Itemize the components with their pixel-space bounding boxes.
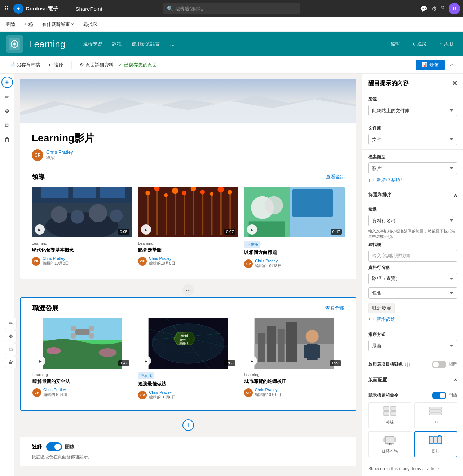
video-author-name-1[interactable]: Chris Pratley	[43, 256, 69, 261]
video-author-name-2[interactable]: Chris Pratley	[149, 256, 175, 261]
video-card-5[interactable]: 遙測 best 規做法 ▶ 1:03	[138, 318, 238, 401]
section-move-icon[interactable]: ✥	[5, 331, 17, 342]
show-title-toggle[interactable]	[432, 392, 446, 399]
leadership-title: 領導	[32, 173, 45, 181]
settings-icon[interactable]: ⚙	[432, 5, 437, 12]
audience-toggle[interactable]	[432, 361, 446, 368]
play-btn-2[interactable]: ▶	[141, 224, 151, 235]
search-box[interactable]: 🔍	[163, 3, 300, 14]
career-view-all[interactable]: 查看全部	[325, 305, 344, 311]
site-nav-tabs: 遠端學習 課程 使用新的語言 ...	[78, 32, 180, 56]
section-divider-handle[interactable]: ⋯	[182, 284, 194, 296]
site-nav-actions: 編輯 ★ 追蹤 ↗ 共用	[386, 39, 457, 49]
add-filetype-link[interactable]: + + 新增檔案類型	[368, 177, 457, 183]
show-title-row: 顯示標題和命令 開啟	[368, 392, 457, 399]
tab-remote-learning[interactable]: 遠端學習	[78, 32, 107, 56]
filter-sort-section-header[interactable]: 篩選和排序 ∧	[362, 188, 463, 202]
video-author-3: CP Chris Pratley 編輯的10月8日	[244, 259, 345, 268]
nav-item-login[interactable]: 登陸	[6, 21, 15, 28]
follow-button[interactable]: ★ 追蹤	[407, 39, 431, 49]
video-title-2: 點亮走勢圖	[138, 247, 239, 253]
video-card-1[interactable]: ▶ 0:05 Learning 現代化領導基本概念 CP Chris Pratl…	[32, 187, 132, 270]
contains-dropdown[interactable]: 包含	[368, 287, 457, 299]
save-draft-button[interactable]: 📄 另存為草稿	[6, 60, 44, 70]
filetype-dropdown[interactable]: 影片	[368, 162, 457, 174]
chat-icon[interactable]: 💬	[420, 5, 427, 12]
svg-rect-21	[166, 196, 167, 235]
duration-3: 0:47	[331, 229, 342, 235]
source-dropdown[interactable]: 此網站上的文件庫	[368, 105, 457, 116]
info-icon[interactable]: ⓘ	[405, 361, 410, 368]
waffle-menu-icon[interactable]: ⠿	[3, 3, 10, 14]
app-logo[interactable]: Contoso電子	[13, 4, 58, 14]
video-card-2[interactable]: ▶ 0:07 Learning 點亮走勢圖 CP Chris Pratley 編…	[138, 187, 239, 270]
share-button[interactable]: ↗ 共用	[434, 39, 457, 49]
video-author-name-6[interactable]: Chris Pratley	[255, 388, 281, 392]
in-progress-badge-5: 正在播	[138, 372, 154, 379]
sort-dropdown[interactable]: 最新	[368, 340, 457, 351]
duration-6: 1:23	[330, 360, 341, 366]
video-author-name-3[interactable]: Chris Pratley	[255, 259, 281, 263]
layout-option-filmstrip[interactable]: 影片	[414, 431, 458, 457]
add-filter-link[interactable]: + + 新增篩選	[368, 316, 457, 323]
tab-courses[interactable]: 課程	[107, 32, 127, 56]
page-banner	[20, 79, 356, 123]
layout-option-grid[interactable]: 格線	[368, 402, 411, 428]
video-author-2: CP Chris Pratley 編輯的10月8日	[138, 256, 239, 266]
move-icon[interactable]: ✥	[1, 105, 13, 117]
tab-more[interactable]: ...	[165, 32, 180, 56]
panel-close-button[interactable]: ✕	[452, 79, 457, 87]
section-delete-icon[interactable]: 🗑	[5, 357, 17, 368]
svg-point-26	[182, 191, 186, 195]
section-copy-icon[interactable]: ⧉	[5, 344, 17, 355]
video-card-3[interactable]: ▶ 0:47 正在播 以相同方向標題 CP Chris Pratley 編輯的1…	[244, 187, 345, 270]
leadership-view-all[interactable]: 查看全部	[326, 174, 345, 180]
help-icon[interactable]: ?	[441, 5, 444, 12]
page-content-area: Learning影片 CP Chris Pratley 導演 領導 查看全部	[14, 74, 362, 476]
edit-icon[interactable]: ✏	[1, 91, 13, 102]
delete-icon[interactable]: 🗑	[1, 134, 13, 146]
duration-2: 0:07	[224, 229, 235, 235]
video-author-name-4[interactable]: Chris Pratley	[43, 388, 70, 392]
user-avatar[interactable]: U	[449, 3, 460, 14]
play-btn-4[interactable]: ▶	[35, 356, 45, 366]
copy-icon[interactable]: ⧉	[1, 120, 13, 131]
add-section-bottom-button[interactable]: +	[182, 419, 194, 431]
tab-new-language[interactable]: 使用新的語言	[127, 32, 165, 56]
section-edit-icon[interactable]: ✏	[5, 318, 17, 329]
play-btn-6[interactable]: ▶	[247, 356, 257, 366]
sort-section: 排序方式 最新	[362, 327, 463, 356]
page-details-button[interactable]: ⚙ 頁面詳細資料	[76, 60, 117, 70]
video-author-avatar-4: CP	[32, 388, 41, 397]
play-btn-1[interactable]: ▶	[35, 224, 45, 235]
search-input[interactable]	[175, 6, 297, 12]
publish-button[interactable]: 📊 發佈	[416, 60, 445, 70]
video-title-5: 遙測最佳做法	[138, 381, 238, 387]
layout-option-list[interactable]: List	[414, 402, 458, 428]
restore-button[interactable]: ↩ 復原	[45, 60, 67, 70]
library-dropdown[interactable]: 文件	[368, 134, 457, 145]
video-info-1: Learning 現代化領導基本概念 CP Chris Pratley 編輯的1…	[32, 237, 132, 267]
layout-option-carousel[interactable]: 旋轉木馬	[368, 431, 411, 457]
video-author-name-5[interactable]: Chris Pratley	[149, 390, 175, 394]
search-column-input[interactable]	[368, 250, 457, 262]
add-section-top-icon[interactable]: +	[1, 77, 13, 88]
add-filter-icon: +	[368, 316, 371, 322]
nav-item-whats-new[interactable]: 有什麼新鮮事？	[42, 21, 75, 28]
svg-point-30	[200, 190, 205, 195]
video-card-6[interactable]: ▶ 1:23 Learning 城市導覽的蛇螺校正 CP Chris Pratl…	[244, 318, 344, 401]
nav-item-find-it[interactable]: 尋找它	[83, 21, 97, 28]
nav-item-mystery[interactable]: 神秘	[24, 21, 33, 28]
path-dropdown[interactable]: 路徑（查覽）	[368, 273, 457, 284]
chevron-up-icon: ∧	[454, 192, 457, 198]
fullscreen-button[interactable]: ⤢	[446, 60, 457, 70]
filter-section: 篩選 資料行名稱 輸入文字以縮小標名清單的範圍，然後從下拉式清單中選取一項。 尋…	[362, 202, 463, 327]
layout-section-header[interactable]: 版面配置 ∧	[362, 373, 463, 387]
author-name[interactable]: Chris Pratley	[46, 149, 73, 155]
edit-button[interactable]: 編輯	[386, 39, 404, 49]
filter-dropdown[interactable]: 資料行名稱	[368, 215, 457, 226]
comments-toggle-switch[interactable]	[46, 442, 62, 451]
filter-value-row: 職涯發展	[368, 302, 457, 313]
svg-rect-31	[211, 195, 212, 235]
video-card-4[interactable]: ▶ 1:47 Learning 瞭解最新的安全法 CP Chris Pratle…	[32, 318, 132, 401]
